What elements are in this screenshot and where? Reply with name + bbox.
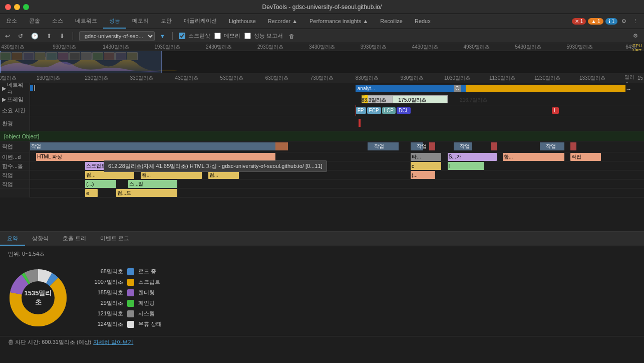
tab-event-log[interactable]: 이벤트 로그 (93, 232, 136, 246)
perf-ruler-mark: 630밀리초 (265, 75, 289, 82)
e-block[interactable]: e (85, 189, 98, 197)
task-label-2: 작업 (374, 143, 384, 150)
fp-badge: FP (356, 107, 366, 114)
event-label-2: 함수...올 (0, 161, 30, 170)
task-label: 작업 (0, 141, 30, 152)
screenshot-label[interactable]: 스크린샷 (188, 32, 210, 40)
maximize-button[interactable] (23, 4, 29, 10)
tab-call-tree[interactable]: 호출 트리 (56, 232, 93, 246)
tab-lighthouse[interactable]: Lighthouse (223, 14, 262, 29)
network-content: analyt... C → (30, 83, 644, 94)
timeline-graph[interactable] (0, 51, 644, 73)
screenshot-checkbox-group: 스크린샷 (179, 32, 210, 40)
perf-ruler-mark: 830밀리초 (356, 75, 379, 82)
tab-summary[interactable]: 요약 (0, 232, 25, 246)
minimize-button[interactable] (14, 4, 20, 10)
close-button[interactable] (5, 4, 11, 10)
report-label[interactable]: 성능 보고서 (254, 32, 283, 40)
ruler-mark: 5930밀리초 (566, 44, 592, 51)
paren-block[interactable]: (...) (85, 180, 116, 188)
tab-sources[interactable]: 소스 (46, 14, 69, 29)
overview-timeline[interactable]: 430밀리초 930밀리초 1430밀리초 1930밀리초 2430밀리초 29… (0, 43, 644, 73)
legend-label-5: 유휴 상태 (138, 320, 162, 328)
task-block-a[interactable]: 타... (411, 153, 441, 161)
tab-elements[interactable]: 요소 (0, 14, 23, 29)
flame-row-4: (...) 스...일 (30, 179, 644, 189)
memory-checkbox[interactable] (214, 33, 221, 39)
legend-color-0 (127, 268, 134, 275)
elapsed-content: FP FCP LCP DCL L (30, 105, 644, 116)
task-block-9 (570, 142, 576, 150)
ruler-mark: 930밀리초 (53, 44, 76, 51)
upload-button[interactable]: ⬆ (45, 32, 54, 41)
legend-color-4 (127, 310, 134, 317)
s-block[interactable]: S...가 (448, 153, 497, 161)
comp-d-block[interactable]: 컴...드 (116, 189, 178, 197)
long-bar (466, 85, 625, 92)
legend-table: 68밀리초 로드 중 1007밀리초 스크립트 185밀리초 렌더링 (88, 268, 162, 328)
task-sub-label2: 작업 (0, 179, 30, 189)
report-checkbox[interactable] (244, 33, 251, 39)
elapsed-label: 소요 시간 (0, 105, 30, 116)
tab-performance-insights[interactable]: Performance insights ▲ (303, 14, 374, 29)
refresh-button[interactable]: ↺ (16, 32, 25, 41)
more-icon[interactable]: ⋮ (630, 18, 640, 25)
environment-content (30, 116, 644, 131)
donut-chart: 1535밀리초 (8, 268, 68, 328)
tab-memory[interactable]: 메모리 (126, 14, 155, 29)
settings-icon[interactable]: ⚙ (619, 18, 628, 25)
html-parsing-block[interactable]: HTML 파싱 (36, 153, 275, 161)
comp-block-1[interactable]: 컴... (85, 171, 134, 179)
error-badge: ✕ 1 (572, 18, 586, 25)
download-button[interactable]: ⬇ (58, 32, 67, 41)
dropdown-icon[interactable]: ▼ (160, 33, 165, 39)
perf-ruler-mark: 130밀리초 (37, 75, 60, 82)
perf-detail-section: 30밀리초 130밀리초 230밀리초 330밀리초 430밀리초 530밀리초… (0, 73, 644, 231)
timing-badges: FP FCP LCP DCL (356, 107, 411, 114)
c-bar: C (454, 85, 461, 92)
c-block[interactable]: c (411, 162, 441, 170)
comp-block-2[interactable]: 컴... (141, 171, 202, 179)
delete-icon[interactable]: 🗑 (289, 33, 294, 39)
memory-label[interactable]: 메모리 (224, 32, 240, 40)
legend-item-5: 124밀리초 유휴 상태 (88, 320, 162, 328)
analyt-label: analyt... (358, 86, 375, 91)
perf-ruler-mark: 730밀리초 (310, 75, 334, 82)
flame-tooltip: 612.28밀리초(자체 41.65밀리초) HTML 파싱 - gdsc-un… (104, 160, 327, 172)
back-button[interactable]: ↩ (3, 32, 12, 41)
task-block-7 (491, 142, 497, 150)
main-performance-area: 430밀리초 930밀리초 1430밀리초 1930밀리초 2430밀리초 29… (0, 43, 644, 348)
tab-console[interactable]: 콘솔 (23, 14, 46, 29)
flame-content[interactable]: HTML 파싱 타... S...가 함... 작업 스크립트 평가 612.2… (30, 152, 644, 198)
task-block-b[interactable]: 작업 (570, 153, 601, 161)
donut-label: 1535밀리초 (23, 289, 53, 307)
tab-security[interactable]: 보안 (155, 14, 178, 29)
tab-application[interactable]: 애플리케이션 (178, 14, 223, 29)
comp-block-3[interactable]: 컴... (208, 171, 239, 179)
tab-bottom-up[interactable]: 상향식 (25, 232, 56, 246)
timing-line (356, 105, 356, 116)
settings-icon-2[interactable]: ⚙ (630, 33, 641, 39)
legend-label-3: 페인팅 (138, 299, 155, 307)
l-block[interactable]: l (448, 162, 485, 170)
clock-button[interactable]: 🕐 (29, 32, 41, 41)
perf-ruler-mark: 1130밀리초 (489, 75, 515, 82)
tab-recorder[interactable]: Recorder ▲ (262, 14, 303, 29)
tab-network[interactable]: 네트워크 (69, 14, 103, 29)
task-label-text: 작업 (31, 143, 41, 150)
elapsed-track: 소요 시간 FP FCP LCP DCL L (0, 105, 644, 116)
network-label[interactable]: ▶ 네트워크 (0, 83, 30, 94)
footer-link[interactable]: 자세히 알아보기 (93, 338, 133, 346)
tab-performance[interactable]: 성능 (103, 14, 126, 29)
network-track[interactable]: ▶ 네트워크 analyt... C → (0, 83, 644, 94)
s-il-block[interactable]: 스...일 (128, 180, 177, 188)
window-controls[interactable] (5, 4, 29, 10)
url-select[interactable]: gdsc-university-of-seo... (79, 31, 155, 41)
legend-item-2: 185밀리초 렌더링 (88, 289, 162, 296)
tab-recoilize[interactable]: Recoilize (374, 14, 409, 29)
tab-redux[interactable]: Redux (409, 14, 437, 29)
ham-block[interactable]: 함... (503, 153, 564, 161)
dot-block[interactable]: (... (411, 171, 435, 179)
frame-track[interactable]: ▶ 프레임 83.3밀리초 175.0밀리초 216.7밀리초 (0, 94, 644, 105)
screenshot-checkbox[interactable] (179, 33, 185, 39)
